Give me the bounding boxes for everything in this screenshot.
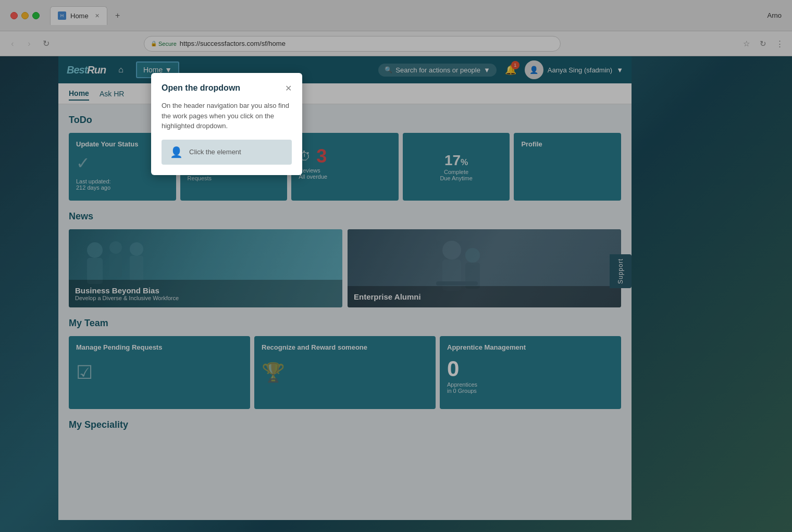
modal-action-button[interactable]: 👤 Click the element — [162, 140, 292, 165]
browser-frame: H Home ✕ + Arno ‹ › ↻ 🔒 Secure https://s… — [0, 0, 792, 532]
modal-close-button[interactable]: ✕ — [285, 83, 292, 93]
modal-header: Open the dropdown ✕ — [162, 83, 292, 93]
modal-body: On the header navigation bar you also fi… — [162, 101, 292, 131]
modal-overlay — [0, 0, 792, 532]
modal-action-text: Click the element — [189, 148, 241, 156]
modal-title: Open the dropdown — [162, 83, 240, 93]
modal-dialog: Open the dropdown ✕ On the header naviga… — [151, 73, 302, 175]
person-icon: 👤 — [170, 146, 183, 158]
